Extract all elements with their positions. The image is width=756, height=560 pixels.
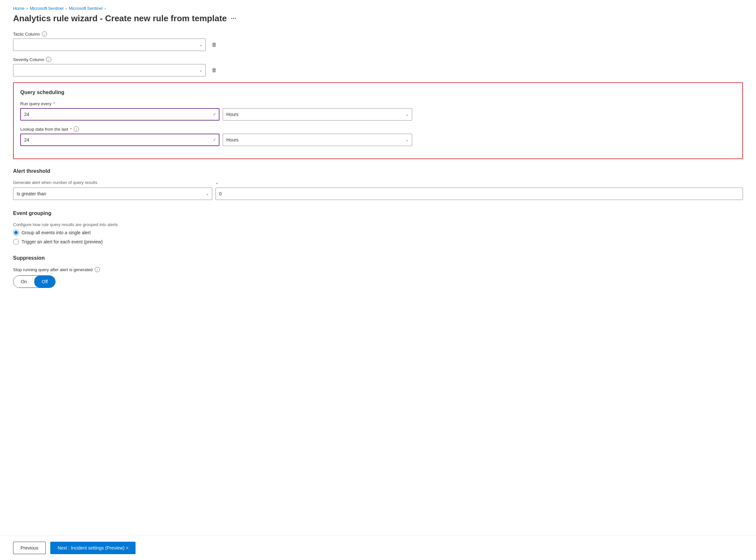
query-scheduling-section: Query scheduling Run query every * 24 1 … <box>13 82 743 159</box>
tactic-column-select-wrapper: ⌄ <box>13 39 206 51</box>
breadcrumb-sentinel-1[interactable]: Microsoft Sentinel <box>30 6 63 11</box>
lookup-data-info-icon[interactable]: i <box>74 126 79 132</box>
severity-column-row: ⌄ 🗑 <box>13 64 743 77</box>
alert-threshold-description: Generate alert when number of query resu… <box>13 180 743 185</box>
suppression-title: Suppression <box>13 255 743 261</box>
run-query-unit-wrapper: Hours Minutes Days ⌄ <box>223 108 412 121</box>
threshold-required-star: * <box>216 182 218 186</box>
radio-group-all-label: Group all events into a single alert <box>22 230 91 235</box>
run-query-row: 24 1 5 12 ✓ Hours Minutes Days ⌄ <box>20 108 736 121</box>
breadcrumb-sep-1: › <box>26 6 28 11</box>
severity-column-select[interactable] <box>13 64 206 77</box>
more-options-icon[interactable]: ··· <box>231 15 237 22</box>
threshold-condition-select[interactable]: Is greater than Is less than Is equal to… <box>13 187 212 200</box>
lookup-data-value-select[interactable]: 24 1 5 12 <box>20 134 220 146</box>
suppression-toggle[interactable]: On Off <box>13 276 56 288</box>
event-grouping-radio-group: Group all events into a single alert Tri… <box>13 230 743 245</box>
threshold-value-input[interactable] <box>216 187 743 200</box>
lookup-data-value-wrapper: 24 1 5 12 ✓ <box>20 134 220 146</box>
severity-column-label: Severity Column i <box>13 57 743 62</box>
next-button[interactable]: Next : Incident settings (Preview) > <box>50 542 136 554</box>
radio-group-all[interactable]: Group all events into a single alert <box>13 230 743 236</box>
tactic-column-label: Tactic Column i <box>13 32 743 37</box>
breadcrumb-sentinel-2[interactable]: Microsoft Sentinel <box>69 6 103 11</box>
radio-group-all-input[interactable] <box>13 230 19 236</box>
breadcrumb-sep-2: › <box>65 6 67 11</box>
previous-button[interactable]: Previous <box>13 542 46 554</box>
footer: Previous Next : Incident settings (Previ… <box>0 536 756 560</box>
run-query-unit-select[interactable]: Hours Minutes Days <box>223 108 412 121</box>
run-query-value-wrapper: 24 1 5 12 ✓ <box>20 108 220 121</box>
run-query-required: * <box>53 101 55 106</box>
threshold-input-group: * <box>216 187 743 200</box>
alert-threshold-section: Alert threshold Generate alert when numb… <box>13 168 743 200</box>
severity-column-select-wrapper: ⌄ <box>13 64 206 77</box>
suppression-info-icon[interactable]: i <box>95 267 100 272</box>
event-grouping-description: Configure how rule query results are gro… <box>13 222 743 227</box>
run-query-value-select[interactable]: 24 1 5 12 <box>20 108 220 121</box>
event-grouping-section: Event grouping Configure how rule query … <box>13 211 743 245</box>
lookup-data-unit-select[interactable]: Hours Minutes Days <box>223 134 412 146</box>
toggle-on-option[interactable]: On <box>14 276 34 287</box>
lookup-data-group: Lookup data from the last * i 24 1 5 12 … <box>20 126 736 146</box>
lookup-data-unit-wrapper: Hours Minutes Days ⌄ <box>223 134 412 146</box>
tactic-info-icon[interactable]: i <box>42 32 47 37</box>
tactic-delete-button[interactable]: 🗑 <box>209 41 220 49</box>
page-title-container: Analytics rule wizard - Create new rule … <box>0 14 756 32</box>
lookup-data-label: Lookup data from the last * i <box>20 126 736 132</box>
lookup-data-required: * <box>70 127 72 132</box>
run-query-label: Run query every * <box>20 101 736 106</box>
suppression-description-label: Stop running query after alert is genera… <box>13 267 743 272</box>
threshold-row: Is greater than Is less than Is equal to… <box>13 187 743 200</box>
breadcrumb-sep-3: › <box>104 6 106 11</box>
alert-threshold-title: Alert threshold <box>13 168 743 174</box>
toggle-off-option[interactable]: Off <box>34 276 55 287</box>
severity-delete-button[interactable]: 🗑 <box>209 66 220 75</box>
suppression-section: Suppression Stop running query after ale… <box>13 255 743 288</box>
threshold-condition-wrapper: Is greater than Is less than Is equal to… <box>13 187 212 200</box>
breadcrumb-home[interactable]: Home <box>13 6 24 11</box>
severity-column-group: Severity Column i ⌄ 🗑 <box>13 57 743 77</box>
query-scheduling-title: Query scheduling <box>20 89 736 95</box>
radio-trigger-each-label: Trigger an alert for each event (preview… <box>22 239 103 244</box>
severity-info-icon[interactable]: i <box>46 57 51 62</box>
radio-trigger-each[interactable]: Trigger an alert for each event (preview… <box>13 239 743 245</box>
tactic-column-select[interactable] <box>13 39 206 51</box>
breadcrumb: Home › Microsoft Sentinel › Microsoft Se… <box>0 0 756 14</box>
radio-trigger-each-input[interactable] <box>13 239 19 245</box>
event-grouping-title: Event grouping <box>13 211 743 216</box>
lookup-data-row: 24 1 5 12 ✓ Hours Minutes Days ⌄ <box>20 134 736 146</box>
main-content: Tactic Column i ⌄ 🗑 Severity Column i ⌄ <box>0 32 756 288</box>
run-query-group: Run query every * 24 1 5 12 ✓ Hours <box>20 101 736 121</box>
tactic-column-row: ⌄ 🗑 <box>13 39 743 51</box>
page-title: Analytics rule wizard - Create new rule … <box>13 14 227 23</box>
tactic-column-group: Tactic Column i ⌄ 🗑 <box>13 32 743 51</box>
